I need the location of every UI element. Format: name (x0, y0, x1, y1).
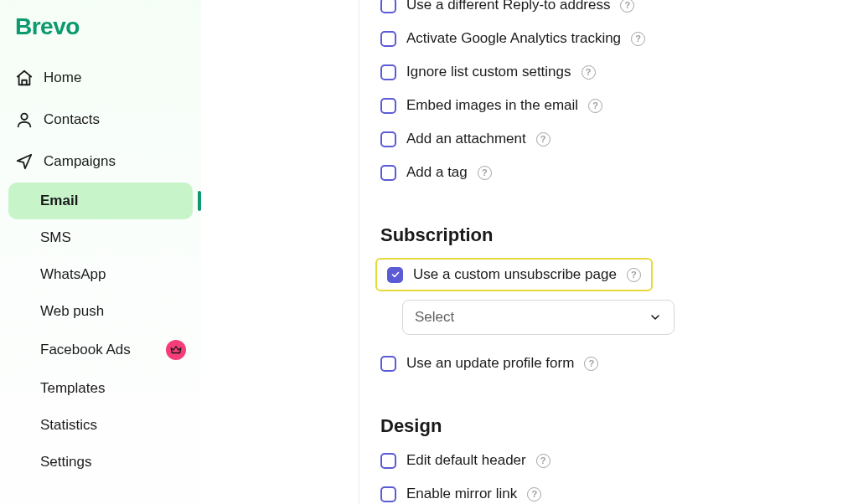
brand-logo: Brevo (0, 8, 201, 57)
checkbox[interactable] (380, 131, 396, 147)
nav-label: Campaigns (44, 153, 116, 170)
help-icon[interactable]: ? (627, 268, 641, 282)
option-label: Use an update profile form (406, 355, 574, 372)
option-label: Ignore list custom settings (406, 64, 571, 80)
sidebar-item-whatsapp[interactable]: WhatsApp (0, 256, 201, 293)
option-label: Use a custom unsubscribe page (413, 266, 617, 283)
chevron-down-icon (649, 311, 662, 324)
checkbox[interactable] (380, 453, 396, 469)
send-icon (15, 152, 34, 171)
nav-home[interactable]: Home (0, 57, 201, 99)
option-label: Add a tag (406, 164, 468, 181)
help-icon[interactable]: ? (620, 0, 634, 13)
sidebar-item-templates[interactable]: Templates (0, 370, 201, 407)
checkbox[interactable] (380, 486, 396, 502)
sidebar: Brevo Home Contacts Campaigns Email SMS … (0, 0, 201, 504)
option-custom-unsubscribe[interactable]: Use a custom unsubscribe page ? (382, 263, 646, 286)
sidebar-item-email[interactable]: Email (8, 183, 193, 219)
section-subscription-title: Subscription (360, 208, 858, 253)
highlighted-option: Use a custom unsubscribe page ? (375, 258, 653, 291)
sidebar-item-label: Templates (40, 380, 105, 397)
sidebar-item-label: Email (40, 193, 78, 209)
option-reply-to[interactable]: Use a different Reply-to address ? (380, 0, 858, 22)
option-ignore-list[interactable]: Ignore list custom settings ? (380, 55, 858, 89)
checkbox[interactable] (380, 64, 396, 80)
checkbox[interactable] (380, 31, 396, 47)
home-icon (15, 69, 34, 87)
divider (359, 0, 359, 504)
svg-point-0 (21, 114, 27, 120)
checkbox[interactable] (380, 165, 396, 181)
sidebar-item-label: WhatsApp (40, 266, 106, 283)
sidebar-item-webpush[interactable]: Web push (0, 293, 201, 330)
nav-contacts[interactable]: Contacts (0, 99, 201, 141)
sidebar-item-statistics[interactable]: Statistics (0, 407, 201, 444)
option-mirror-link[interactable]: Enable mirror link ? (380, 477, 858, 504)
sidebar-item-facebook-ads[interactable]: Facebook Ads (0, 330, 201, 370)
nav-label: Contacts (44, 111, 100, 128)
help-icon[interactable]: ? (581, 65, 596, 80)
option-label: Activate Google Analytics tracking (406, 30, 621, 47)
help-icon[interactable]: ? (527, 487, 541, 501)
help-icon[interactable]: ? (588, 99, 602, 113)
nav-campaigns[interactable]: Campaigns (0, 141, 201, 183)
sidebar-item-label: Facebook Ads (40, 342, 131, 358)
help-icon[interactable]: ? (536, 132, 550, 147)
checkbox[interactable] (380, 0, 396, 13)
option-attachment[interactable]: Add an attachment ? (380, 122, 858, 156)
option-embed-images[interactable]: Embed images in the email ? (380, 89, 858, 122)
option-tag[interactable]: Add a tag ? (380, 156, 858, 189)
crown-badge-icon (166, 340, 186, 360)
nav-label: Home (44, 69, 81, 86)
option-label: Use a different Reply-to address (406, 0, 610, 13)
sidebar-item-label: Web push (40, 303, 104, 320)
help-icon[interactable]: ? (478, 166, 492, 180)
help-icon[interactable]: ? (631, 32, 645, 46)
option-ga-tracking[interactable]: Activate Google Analytics tracking ? (380, 22, 858, 55)
sidebar-item-label: SMS (40, 229, 71, 246)
unsubscribe-page-select[interactable]: Select (402, 300, 675, 335)
option-label: Enable mirror link (406, 486, 517, 502)
option-edit-header[interactable]: Edit default header ? (380, 444, 858, 477)
help-icon[interactable]: ? (584, 357, 598, 371)
checkbox[interactable] (380, 356, 396, 372)
option-label: Embed images in the email (406, 97, 578, 114)
contacts-icon (15, 111, 34, 129)
option-label: Edit default header (406, 452, 526, 469)
section-design-title: Design (360, 399, 858, 444)
checkbox[interactable] (380, 98, 396, 114)
option-update-profile[interactable]: Use an update profile form ? (380, 347, 858, 380)
select-placeholder: Select (415, 309, 454, 326)
sidebar-item-label: Statistics (40, 417, 97, 434)
help-icon[interactable]: ? (536, 454, 550, 468)
sidebar-item-label: Settings (40, 454, 91, 471)
checkbox[interactable] (387, 267, 403, 283)
sidebar-item-settings[interactable]: Settings (0, 444, 201, 481)
sidebar-item-sms[interactable]: SMS (0, 219, 201, 256)
option-label: Add an attachment (406, 131, 526, 147)
main-panel: Use a different Reply-to address ? Activ… (360, 0, 858, 504)
